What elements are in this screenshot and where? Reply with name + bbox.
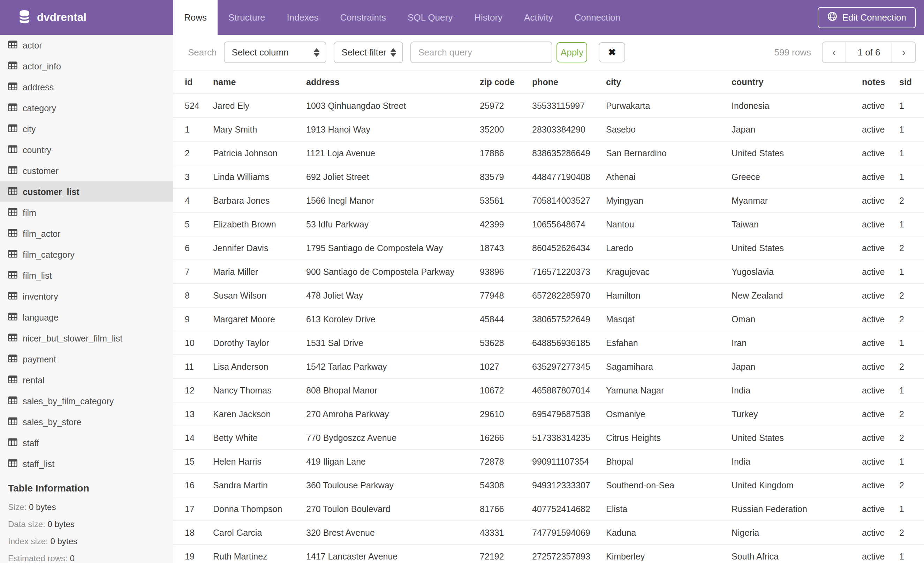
table-row[interactable]: 11Lisa Anderson1542 Tarlac Parkway102763… xyxy=(173,355,924,378)
table-row[interactable]: 3Linda Williams692 Joliet Street83579448… xyxy=(173,165,924,189)
sidebar-item-inventory[interactable]: inventory xyxy=(0,286,173,307)
previous-page-button[interactable]: ‹ xyxy=(822,42,846,62)
table-row[interactable]: 7Maria Miller900 Santiago de Compostela … xyxy=(173,260,924,284)
table-row[interactable]: 10Dorothy Taylor1531 Sal Drive5362864885… xyxy=(173,331,924,355)
filter-select[interactable]: Select filter xyxy=(334,42,403,63)
table-cell: 613 Korolev Drive xyxy=(306,307,480,331)
table-cell: Myingyan xyxy=(606,189,732,212)
sidebar-item-staff_list[interactable]: staff_list xyxy=(0,453,173,474)
tab-constraints[interactable]: Constraints xyxy=(330,0,397,35)
sidebar-item-nicer_but_slower_film_list[interactable]: nicer_but_slower_film_list xyxy=(0,328,173,349)
toolbar-right: 599 rows ‹ 1 of 6 › xyxy=(774,42,916,63)
table-row[interactable]: 12Nancy Thomas808 Bhopal Manor1067246588… xyxy=(173,378,924,402)
table-row[interactable]: 16Sandra Martin360 Toulouse Parkway54308… xyxy=(173,473,924,497)
sidebar-item-customer_list[interactable]: customer_list xyxy=(0,182,173,202)
table-cell: 1 xyxy=(899,165,924,189)
table-row[interactable]: 18Carol Garcia320 Brest Avenue4333174779… xyxy=(173,521,924,545)
column-header-zip-code[interactable]: zip code xyxy=(480,70,532,94)
sidebar-item-sales_by_film_category[interactable]: sales_by_film_category xyxy=(0,391,173,411)
sidebar-item-country[interactable]: country xyxy=(0,140,173,161)
apply-button[interactable]: Apply xyxy=(556,42,587,62)
table-row[interactable]: 5Elizabeth Brown53 Idfu Parkway423991065… xyxy=(173,212,924,236)
column-header-country[interactable]: country xyxy=(732,70,862,94)
table-cell: 12 xyxy=(173,378,213,402)
column-header-name[interactable]: name xyxy=(213,70,306,94)
sidebar-item-film[interactable]: film xyxy=(0,202,173,223)
sidebar: actor actor_info address xyxy=(0,35,173,563)
table-grid-icon xyxy=(8,438,17,448)
column-select[interactable]: Select column xyxy=(224,42,326,63)
table-cell: 705814003527 xyxy=(532,189,606,212)
edit-connection-button[interactable]: Edit Connection xyxy=(818,7,916,28)
table-cell: 9 xyxy=(173,307,213,331)
table-cell: Indonesia xyxy=(732,94,862,117)
table-cell: 320 Brest Avenue xyxy=(306,521,480,545)
sidebar-item-customer[interactable]: customer xyxy=(0,161,173,182)
column-header-notes[interactable]: notes xyxy=(862,70,899,94)
search-query-input[interactable] xyxy=(410,42,552,63)
table-row[interactable]: 17Donna Thompson270 Toulon Boulevard8176… xyxy=(173,497,924,521)
table-cell: 53 Idfu Parkway xyxy=(306,212,480,236)
table-cell: 692 Joliet Street xyxy=(306,165,480,189)
sidebar-item-language[interactable]: language xyxy=(0,307,173,328)
sidebar-item-payment[interactable]: payment xyxy=(0,349,173,370)
tab-history[interactable]: History xyxy=(464,0,513,35)
table-cell: 1 xyxy=(899,331,924,355)
table-cell: active xyxy=(862,545,899,563)
table-row[interactable]: 15Helen Harris419 Iligan Lane72878990911… xyxy=(173,450,924,473)
table-row[interactable]: 6Jennifer Davis1795 Santiago de Composte… xyxy=(173,236,924,260)
table-row[interactable]: 19Ruth Martinez1417 Lancaster Avenue7219… xyxy=(173,545,924,563)
table-row[interactable]: 2Patricia Johnson1121 Loja Avenue1788683… xyxy=(173,141,924,165)
sidebar-item-actor[interactable]: actor xyxy=(0,35,173,56)
tab-rows[interactable]: Rows xyxy=(173,0,218,35)
sidebar-item-actor_info[interactable]: actor_info xyxy=(0,56,173,77)
sidebar-item-film_list[interactable]: film_list xyxy=(0,265,173,286)
table-cell: active xyxy=(862,260,899,284)
column-select-value: Select column xyxy=(231,47,288,58)
table-name-label: category xyxy=(22,103,56,113)
tab-activity[interactable]: Activity xyxy=(513,0,564,35)
sidebar-item-rental[interactable]: rental xyxy=(0,370,173,391)
next-page-button[interactable]: › xyxy=(892,42,915,62)
table-cell: Nantou xyxy=(606,212,732,236)
table-cell: India xyxy=(732,450,862,473)
table-row[interactable]: 524Jared Ely1003 Qinhuangdao Street25972… xyxy=(173,94,924,117)
column-header-phone[interactable]: phone xyxy=(532,70,606,94)
table-row[interactable]: 13Karen Jackson270 Amroha Parkway2961069… xyxy=(173,402,924,426)
table-cell: 860452626434 xyxy=(532,236,606,260)
sidebar-item-film_actor[interactable]: film_actor xyxy=(0,223,173,244)
table-row[interactable]: 8Susan Wilson478 Joliet Way7794865728228… xyxy=(173,284,924,307)
table-row[interactable]: 14Betty White770 Bydgoszcz Avenue1626651… xyxy=(173,426,924,450)
table-cell: 407752414682 xyxy=(532,497,606,521)
sidebar-item-address[interactable]: address xyxy=(0,77,173,98)
sidebar-item-film_category[interactable]: film_category xyxy=(0,244,173,265)
column-header-city[interactable]: city xyxy=(606,70,732,94)
table-cell: Elista xyxy=(606,497,732,521)
column-header-id[interactable]: id xyxy=(173,70,213,94)
sidebar-item-sales_by_store[interactable]: sales_by_store xyxy=(0,411,173,432)
sidebar-item-category[interactable]: category xyxy=(0,98,173,119)
column-header-address[interactable]: address xyxy=(306,70,480,94)
tab-indexes[interactable]: Indexes xyxy=(276,0,330,35)
table-cell: 1 xyxy=(173,117,213,141)
column-header-sid[interactable]: sid xyxy=(899,70,924,94)
table-row[interactable]: 4Barbara Jones1566 Inegl Manor5356170581… xyxy=(173,189,924,212)
table-cell: 16 xyxy=(173,473,213,497)
table-cell: 1 xyxy=(899,141,924,165)
sidebar-item-city[interactable]: city xyxy=(0,119,173,140)
tab-structure[interactable]: Structure xyxy=(218,0,276,35)
sidebar-item-staff[interactable]: staff xyxy=(0,432,173,453)
table-cell: 35533115997 xyxy=(532,94,606,117)
table-row[interactable]: 1Mary Smith1913 Hanoi Way352002830338429… xyxy=(173,117,924,141)
tab-connection[interactable]: Connection xyxy=(564,0,631,35)
table-cell: 17 xyxy=(173,497,213,521)
table-cell: Japan xyxy=(732,117,862,141)
clear-search-button[interactable]: ✖ xyxy=(598,42,625,62)
table-cell: Barbara Jones xyxy=(213,189,306,212)
table-cell: 1027 xyxy=(480,355,532,378)
tab-sql-query[interactable]: SQL Query xyxy=(397,0,464,35)
table-grid-icon xyxy=(8,312,17,323)
table-cell: Hamilton xyxy=(606,284,732,307)
table-row[interactable]: 9Margaret Moore613 Korolev Drive45844380… xyxy=(173,307,924,331)
table-information-title: Table Information xyxy=(8,483,173,494)
